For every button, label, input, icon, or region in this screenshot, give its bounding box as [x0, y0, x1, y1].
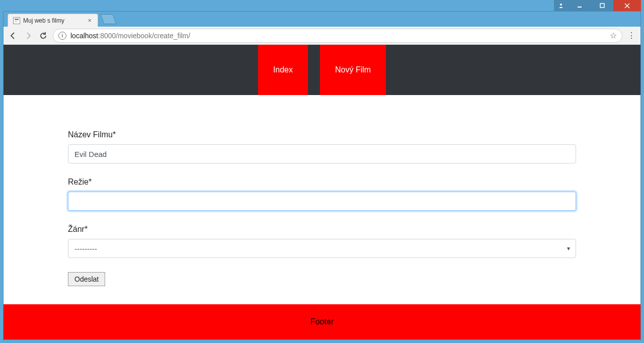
- director-input[interactable]: [68, 192, 576, 211]
- url-host: localhost: [70, 32, 98, 40]
- window-maximize-button[interactable]: [591, 0, 613, 11]
- genre-label: Žánr*: [68, 225, 576, 234]
- site-header: Index Nový Film: [4, 45, 640, 95]
- genre-select[interactable]: ---------: [68, 239, 576, 258]
- svg-rect-1: [578, 7, 582, 8]
- url-port: :8000: [98, 32, 116, 40]
- page-favicon-icon: [13, 17, 20, 24]
- tab-close-icon[interactable]: ×: [87, 17, 93, 24]
- browser-toolbar: i localhost:8000/moviebook/create_film/ …: [4, 27, 640, 45]
- address-bar[interactable]: i localhost:8000/moviebook/create_film/ …: [53, 29, 622, 43]
- director-label: Režie*: [68, 178, 576, 187]
- browser-tab[interactable]: Muj web s filmy ×: [8, 14, 98, 27]
- browser-menu-button[interactable]: ⋮: [626, 32, 636, 40]
- site-info-icon[interactable]: i: [58, 32, 66, 40]
- page-viewport: Index Nový Film Název Filmu* Režie* Žánr…: [4, 45, 640, 339]
- svg-rect-2: [600, 4, 604, 8]
- window-close-button[interactable]: [613, 0, 641, 11]
- reload-button[interactable]: [38, 30, 49, 41]
- svg-point-0: [560, 4, 562, 6]
- submit-button[interactable]: Odeslat: [68, 272, 105, 286]
- url-path: /moviebook/create_film/: [116, 32, 190, 40]
- footer-text: Footer: [310, 317, 334, 326]
- title-input[interactable]: [68, 144, 576, 163]
- nav-item-index[interactable]: Index: [258, 45, 308, 95]
- site-footer: Footer: [4, 304, 640, 339]
- tab-strip: Muj web s filmy ×: [4, 12, 640, 27]
- title-label: Název Filmu*: [68, 130, 576, 139]
- tab-title: Muj web s filmy: [23, 17, 87, 24]
- new-tab-button[interactable]: [100, 14, 116, 24]
- back-button[interactable]: [8, 30, 19, 41]
- forward-button[interactable]: [23, 30, 34, 41]
- window-titlebar: [3, 0, 641, 11]
- bookmark-star-icon[interactable]: ☆: [610, 31, 617, 40]
- window-user-button[interactable]: [554, 0, 568, 11]
- window-minimize-button[interactable]: [568, 0, 591, 11]
- create-film-form: Název Filmu* Režie* Žánr* --------- Odes: [68, 130, 576, 296]
- nav-item-novy-film[interactable]: Nový Film: [320, 45, 386, 95]
